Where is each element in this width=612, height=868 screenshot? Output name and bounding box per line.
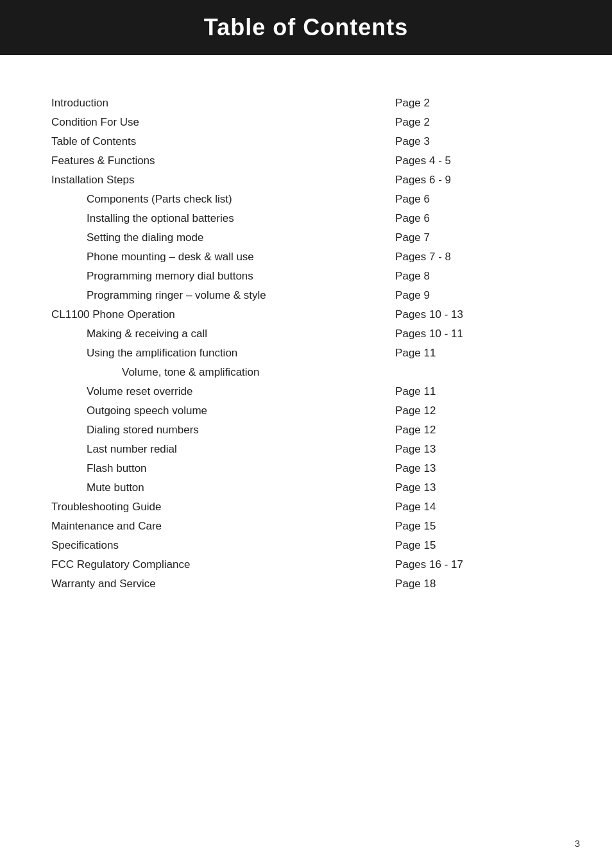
toc-item-label: Condition For Use [51,113,382,132]
toc-item-page: Page 11 [382,382,561,401]
toc-row: Dialing stored numbersPage 12 [51,421,561,440]
toc-item-label: Flash button [51,459,382,478]
toc-item-label: Troubleshooting Guide [51,497,382,517]
toc-item-page: Page 9 [382,286,561,305]
toc-item-page: Page 15 [382,536,561,555]
toc-row: Maintenance and CarePage 15 [51,517,561,536]
toc-item-label: Phone mounting – desk & wall use [51,247,382,267]
toc-item-page: Page 7 [382,228,561,247]
toc-item-label: Specifications [51,536,382,555]
toc-row: SpecificationsPage 15 [51,536,561,555]
toc-item-page: Pages 10 - 11 [382,324,561,344]
toc-item-label: Warranty and Service [51,574,382,594]
toc-row: Making & receiving a callPages 10 - 11 [51,324,561,344]
toc-item-page: Pages 10 - 13 [382,305,561,324]
page-number: 3 [575,838,580,849]
toc-item-label: Making & receiving a call [51,324,382,344]
toc-row: Volume, tone & amplification [51,363,561,382]
toc-item-page: Page 3 [382,132,561,151]
toc-row: Phone mounting – desk & wall usePages 7 … [51,247,561,267]
toc-row: Setting the dialing modePage 7 [51,228,561,247]
toc-item-page: Page 13 [382,478,561,497]
toc-row: Using the amplification functionPage 11 [51,344,561,363]
toc-row: Troubleshooting GuidePage 14 [51,497,561,517]
toc-row: IntroductionPage 2 [51,94,561,113]
toc-item-page: Pages 6 - 9 [382,171,561,190]
toc-row: Programming ringer – volume & stylePage … [51,286,561,305]
toc-item-page: Page 18 [382,574,561,594]
toc-item-label: Introduction [51,94,382,113]
toc-item-label: Table of Contents [51,132,382,151]
toc-row: Warranty and ServicePage 18 [51,574,561,594]
toc-row: Outgoing speech volumePage 12 [51,401,561,421]
toc-item-page: Page 13 [382,440,561,459]
toc-row: Mute buttonPage 13 [51,478,561,497]
toc-item-label: Installing the optional batteries [51,209,382,228]
toc-item-page: Pages 4 - 5 [382,151,561,171]
toc-item-page: Page 11 [382,344,561,363]
toc-item-page: Page 12 [382,401,561,421]
toc-content: IntroductionPage 2Condition For UsePage … [0,55,612,632]
toc-row: Last number redialPage 13 [51,440,561,459]
toc-item-page: Page 2 [382,94,561,113]
toc-item-label: FCC Regulatory Compliance [51,555,382,574]
toc-item-label: Dialing stored numbers [51,421,382,440]
toc-row: Features & FunctionsPages 4 - 5 [51,151,561,171]
toc-row: Installing the optional batteriesPage 6 [51,209,561,228]
page: Table of Contents IntroductionPage 2Cond… [0,0,612,868]
toc-item-label: Setting the dialing mode [51,228,382,247]
toc-item-label: Installation Steps [51,171,382,190]
toc-item-label: Features & Functions [51,151,382,171]
page-title: Table of Contents [26,14,586,41]
toc-row: Condition For UsePage 2 [51,113,561,132]
toc-item-label: Components (Parts check list) [51,190,382,209]
toc-item-label: Using the amplification function [51,344,382,363]
toc-table: IntroductionPage 2Condition For UsePage … [51,94,561,594]
toc-item-label: Volume, tone & amplification [51,363,382,382]
toc-row: CL1100 Phone OperationPages 10 - 13 [51,305,561,324]
toc-item-page: Page 6 [382,209,561,228]
toc-item-label: Outgoing speech volume [51,401,382,421]
toc-row: Table of ContentsPage 3 [51,132,561,151]
toc-item-label: Mute button [51,478,382,497]
toc-item-label: Programming memory dial buttons [51,267,382,286]
toc-item-page: Pages 7 - 8 [382,247,561,267]
toc-item-page: Pages 16 - 17 [382,555,561,574]
toc-row: Flash buttonPage 13 [51,459,561,478]
toc-item-label: Programming ringer – volume & style [51,286,382,305]
toc-item-page: Page 2 [382,113,561,132]
toc-item-page: Page 6 [382,190,561,209]
toc-row: FCC Regulatory CompliancePages 16 - 17 [51,555,561,574]
toc-item-label: Last number redial [51,440,382,459]
toc-row: Components (Parts check list)Page 6 [51,190,561,209]
toc-item-label: Volume reset override [51,382,382,401]
toc-row: Volume reset overridePage 11 [51,382,561,401]
toc-item-page: Page 15 [382,517,561,536]
toc-item-page [382,363,561,382]
toc-item-page: Page 12 [382,421,561,440]
toc-item-page: Page 13 [382,459,561,478]
toc-row: Programming memory dial buttonsPage 8 [51,267,561,286]
toc-row: Installation StepsPages 6 - 9 [51,171,561,190]
toc-item-page: Page 14 [382,497,561,517]
toc-item-page: Page 8 [382,267,561,286]
toc-item-label: CL1100 Phone Operation [51,305,382,324]
toc-item-label: Maintenance and Care [51,517,382,536]
page-header: Table of Contents [0,0,612,55]
